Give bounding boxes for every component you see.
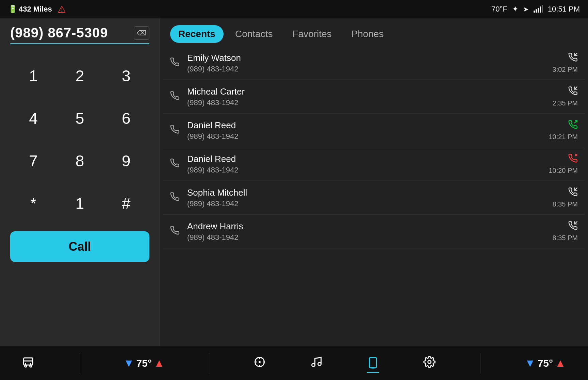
- dial-key-hash[interactable]: #: [103, 182, 149, 225]
- svg-point-13: [318, 362, 321, 365]
- main-content: (989) 867-5309 ⌫ 1 2 3 4 5 6 7 8 9 * 1 #…: [0, 18, 588, 346]
- contact-info: Sophia Mitchell (989) 483-1942: [187, 187, 553, 208]
- temp-right: 75°: [538, 358, 553, 369]
- dial-key-5[interactable]: 5: [56, 97, 103, 139]
- call-button[interactable]: Call: [10, 231, 149, 262]
- up-arrow-icon-right[interactable]: ▲: [555, 357, 566, 369]
- contact-name: Emily Watson: [187, 53, 553, 63]
- bottom-climate-left: ▼ 75° ▲: [124, 357, 165, 369]
- backspace-icon: ⌫: [137, 29, 146, 37]
- dialer-panel: (989) 867-5309 ⌫ 1 2 3 4 5 6 7 8 9 * 1 #…: [0, 18, 160, 346]
- call-time: 10:20 PM: [549, 167, 578, 175]
- location-icon: ➤: [523, 5, 529, 13]
- svg-point-15: [428, 360, 431, 363]
- up-arrow-icon[interactable]: ▲: [154, 357, 165, 369]
- contact-name: Daniel Reed: [187, 154, 549, 164]
- contact-number: (989) 483-1942: [187, 132, 549, 141]
- contact-item[interactable]: Daniel Reed (989) 483-1942 10:21 PM: [163, 114, 585, 147]
- incoming-call-icon: [568, 221, 578, 233]
- dial-key-7[interactable]: 7: [10, 139, 56, 182]
- divider: [79, 353, 79, 374]
- contact-item[interactable]: Sophia Mitchell (989) 483-1942 8:35 PM: [163, 181, 585, 215]
- bottom-climate-right: ▼ 75° ▲: [525, 357, 566, 369]
- seatbelt-icon: ⚠: [58, 4, 66, 15]
- input-underline: [10, 43, 149, 44]
- contacts-panel: Recents Contacts Favorites Phones Emily …: [160, 18, 588, 346]
- bottom-phone[interactable]: [367, 357, 379, 370]
- dial-key-8[interactable]: 8: [56, 139, 103, 182]
- bluetooth-icon: ✦: [512, 5, 518, 14]
- divider: [480, 353, 480, 374]
- status-bar: 🔋 432 Miles ⚠ 70°F ✦ ➤ 10:51 PM: [0, 0, 588, 18]
- contact-phone-icon: [170, 192, 180, 204]
- dial-key-3[interactable]: 3: [103, 54, 149, 97]
- call-time: 3:02 PM: [553, 66, 578, 73]
- signal-icon: [534, 6, 543, 13]
- call-status: 10:20 PM: [549, 153, 578, 175]
- battery-icon: 🔋 432 Miles: [8, 5, 52, 14]
- recents-list: Emily Watson (989) 483-1942 3:02 PM: [160, 46, 588, 346]
- dial-key-0[interactable]: 1: [56, 182, 103, 225]
- call-status: 10:21 PM: [549, 120, 578, 141]
- down-arrow-icon-right[interactable]: ▼: [525, 357, 536, 369]
- contact-info: Andrew Harris (989) 483-1942: [187, 221, 553, 242]
- svg-point-9: [30, 365, 32, 367]
- svg-point-11: [259, 361, 260, 362]
- contact-info: Micheal Carter (989) 483-1942: [187, 86, 553, 107]
- contact-number: (989) 483-1942: [187, 199, 553, 208]
- call-time: 8:35 PM: [553, 200, 578, 208]
- call-status: 2:35 PM: [553, 86, 578, 107]
- bottom-settings[interactable]: [423, 356, 436, 371]
- contact-phone-icon: [170, 125, 180, 136]
- contact-item[interactable]: Daniel Reed (989) 483-1942 10:20 PM: [163, 147, 585, 181]
- contact-item[interactable]: Micheal Carter (989) 483-1942 2:35 PM: [163, 80, 585, 114]
- music-icon: [310, 356, 323, 371]
- temperature-display: 70°F: [491, 5, 507, 14]
- contact-number: (989) 483-1942: [187, 166, 549, 175]
- bottom-music[interactable]: [310, 356, 323, 371]
- dial-key-6[interactable]: 6: [103, 97, 149, 139]
- contact-item[interactable]: Emily Watson (989) 483-1942 3:02 PM: [163, 46, 585, 80]
- contact-name: Andrew Harris: [187, 221, 553, 232]
- dial-key-star[interactable]: *: [10, 182, 56, 225]
- missed-call-icon: [568, 153, 578, 165]
- incoming-call-icon: [568, 187, 578, 199]
- contact-info: Daniel Reed (989) 483-1942: [187, 154, 549, 175]
- compass-icon: [254, 356, 266, 371]
- phone-number-display: (989) 867-5309: [10, 25, 108, 40]
- divider: [209, 353, 209, 374]
- dial-key-4[interactable]: 4: [10, 97, 56, 139]
- svg-rect-14: [369, 358, 376, 368]
- down-arrow-icon[interactable]: ▼: [124, 357, 134, 369]
- call-status: 3:02 PM: [553, 52, 578, 73]
- tab-contacts[interactable]: Contacts: [227, 25, 281, 43]
- tabs-row: Recents Contacts Favorites Phones: [160, 18, 588, 46]
- dial-key-1[interactable]: 1: [10, 54, 56, 97]
- contact-number: (989) 483-1942: [187, 98, 553, 107]
- contact-phone-icon: [170, 158, 180, 170]
- status-right: 70°F ✦ ➤ 10:51 PM: [491, 5, 580, 14]
- bus-icon: [22, 356, 34, 371]
- status-left: 🔋 432 Miles ⚠: [8, 4, 66, 15]
- temp-left: 75°: [136, 358, 152, 369]
- svg-point-8: [25, 365, 27, 367]
- time-display: 10:51 PM: [548, 5, 580, 14]
- miles-display: 432 Miles: [19, 5, 52, 14]
- contact-item[interactable]: Andrew Harris (989) 483-1942 8:35 PM: [163, 215, 585, 248]
- tab-recents[interactable]: Recents: [170, 25, 224, 43]
- tab-phones[interactable]: Phones: [343, 25, 392, 43]
- tab-favorites[interactable]: Favorites: [284, 25, 340, 43]
- bottom-bar: ▼ 75° ▲: [0, 346, 588, 380]
- bottom-compass[interactable]: [254, 356, 266, 371]
- outgoing-call-icon: [568, 120, 578, 132]
- contact-info: Emily Watson (989) 483-1942: [187, 53, 553, 73]
- call-time: 2:35 PM: [553, 99, 578, 107]
- phone-input-row: (989) 867-5309 ⌫: [10, 25, 149, 40]
- backspace-button[interactable]: ⌫: [134, 26, 149, 40]
- contact-info: Daniel Reed (989) 483-1942: [187, 120, 549, 141]
- dial-key-9[interactable]: 9: [103, 139, 149, 182]
- contact-name: Micheal Carter: [187, 86, 553, 97]
- dial-key-2[interactable]: 2: [56, 54, 103, 97]
- bottom-bus-item[interactable]: [22, 356, 34, 371]
- call-status: 8:35 PM: [553, 187, 578, 208]
